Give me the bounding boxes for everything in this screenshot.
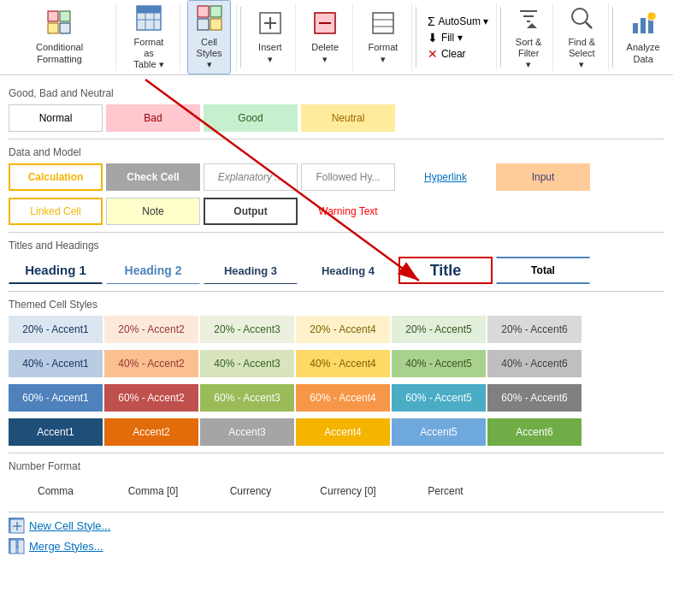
style-total[interactable]: Total <box>496 257 590 284</box>
section-good-bad-neutral: Good, Bad and Neutral Normal Bad Good Ne… <box>9 87 664 132</box>
delete-button[interactable]: Delete ▾ <box>303 6 346 68</box>
toolbar-group-delete: Delete ▾ <box>298 3 352 71</box>
divider-4 <box>9 453 664 453</box>
delete-label: Delete ▾ <box>308 42 341 64</box>
style-comma-0[interactable]: Comma [0] <box>106 477 200 505</box>
clear-button[interactable]: ✕ Clear <box>424 46 469 62</box>
autosum-label: AutoSum ▾ <box>439 15 489 27</box>
style-currency-0[interactable]: Currency [0] <box>301 477 395 505</box>
format-button[interactable]: Format ▾ <box>360 6 406 68</box>
style-heading3[interactable]: Heading 3 <box>204 257 298 284</box>
cell-styles-label: CellStyles ▾ <box>193 37 225 71</box>
style-20-accent2[interactable]: 20% - Accent2 <box>104 316 198 343</box>
fill-button[interactable]: ⬇ Fill ▾ <box>424 30 466 45</box>
style-accent4[interactable]: Accent4 <box>296 418 390 446</box>
style-check-cell[interactable]: Check Cell <box>106 163 200 191</box>
svg-line-27 <box>586 22 592 28</box>
delete-icon <box>311 9 339 40</box>
fill-label: Fill ▾ <box>441 32 463 44</box>
find-select-button[interactable]: Find &Select ▾ <box>560 1 603 74</box>
style-good[interactable]: Good <box>204 104 298 132</box>
style-60-accent5[interactable]: 60% - Accent5 <box>392 384 486 412</box>
merge-styles-link[interactable]: Merge Styles... <box>9 538 664 554</box>
style-accent3[interactable]: Accent3 <box>200 418 294 446</box>
style-60-accent1[interactable]: 60% - Accent1 <box>9 384 103 412</box>
style-60-accent4[interactable]: 60% - Accent4 <box>296 384 390 412</box>
style-accent5[interactable]: Accent5 <box>392 418 486 446</box>
style-20-accent1[interactable]: 20% - Accent1 <box>9 316 103 343</box>
style-normal[interactable]: Normal <box>9 104 103 132</box>
toolbar-group-editing: Σ AutoSum ▾ ⬇ Fill ▾ ✕ Clear <box>420 3 497 71</box>
style-bad[interactable]: Bad <box>106 104 200 132</box>
style-output[interactable]: Output <box>204 198 298 225</box>
insert-icon <box>257 9 284 40</box>
style-accent2[interactable]: Accent2 <box>104 418 198 446</box>
style-explanatory[interactable]: Explanatory ... <box>204 163 298 191</box>
style-accent1[interactable]: Accent1 <box>9 418 103 446</box>
find-select-label: Find &Select ▾ <box>565 37 598 71</box>
style-title[interactable]: Title <box>398 257 493 284</box>
style-60-accent3[interactable]: 60% - Accent3 <box>200 384 294 412</box>
sort-filter-button[interactable]: Sort &Filter ▾ <box>510 1 547 74</box>
svg-text:⚡: ⚡ <box>650 13 657 21</box>
style-currency[interactable]: Currency <box>204 477 298 505</box>
style-calculation[interactable]: Calculation <box>9 163 103 191</box>
conditional-formatting-button[interactable]: Conditional Formatting <box>9 6 110 68</box>
svg-rect-19 <box>373 13 393 33</box>
cell-styles-button[interactable]: CellStyles ▾ <box>187 0 231 74</box>
number-format-row: Comma Comma [0] Currency Currency [0] Pe… <box>9 477 664 505</box>
new-cell-style-label: New Cell Style... <box>29 519 110 532</box>
style-percent[interactable]: Percent <box>398 477 493 505</box>
themed-row-60: 60% - Accent1 60% - Accent2 60% - Accent… <box>9 384 664 412</box>
analyze-data-button[interactable]: ⚡ AnalyzeData <box>622 6 664 68</box>
svg-rect-38 <box>10 540 16 554</box>
style-40-accent6[interactable]: 40% - Accent6 <box>487 350 581 377</box>
conditional-formatting-label: Conditional Formatting <box>14 42 105 64</box>
insert-button[interactable]: Insert ▾ <box>250 6 290 68</box>
themed-row-40: 40% - Accent1 40% - Accent2 40% - Accent… <box>9 350 664 377</box>
style-40-accent1[interactable]: 40% - Accent1 <box>9 350 103 377</box>
divider-3 <box>9 291 664 292</box>
fill-icon: ⬇ <box>428 31 438 44</box>
style-warning-text[interactable]: Warning Text <box>301 198 395 225</box>
style-input[interactable]: Input <box>496 163 590 191</box>
style-accent6[interactable]: Accent6 <box>487 418 581 446</box>
style-60-accent6[interactable]: 60% - Accent6 <box>487 384 581 412</box>
style-40-accent4[interactable]: 40% - Accent4 <box>296 350 390 377</box>
autosum-icon: Σ <box>428 15 435 28</box>
find-select-icon <box>568 4 595 35</box>
autosum-button[interactable]: Σ AutoSum ▾ <box>424 14 492 29</box>
style-20-accent6[interactable]: 20% - Accent6 <box>487 316 581 343</box>
themed-row-accent: Accent1 Accent2 Accent3 Accent4 Accent5 … <box>9 418 664 446</box>
format-as-table-button[interactable]: Format asTable ▾ <box>123 1 174 74</box>
style-20-accent3[interactable]: 20% - Accent3 <box>200 316 294 343</box>
style-heading1[interactable]: Heading 1 <box>9 257 103 284</box>
style-hyperlink[interactable]: Hyperlink <box>398 163 493 191</box>
style-note[interactable]: Note <box>106 198 200 225</box>
svg-rect-12 <box>198 19 209 30</box>
svg-point-26 <box>572 9 587 24</box>
style-neutral[interactable]: Neutral <box>301 104 395 132</box>
style-heading2[interactable]: Heading 2 <box>106 257 200 284</box>
clear-icon: ✕ <box>428 47 438 61</box>
analyze-data-icon: ⚡ <box>629 9 657 40</box>
clear-label: Clear <box>441 48 466 60</box>
svg-rect-11 <box>210 6 221 17</box>
style-20-accent4[interactable]: 20% - Accent4 <box>296 316 390 343</box>
style-60-accent2[interactable]: 60% - Accent2 <box>104 384 198 412</box>
style-linked-cell[interactable]: Linked Cell <box>9 198 103 225</box>
svg-rect-13 <box>210 19 221 30</box>
style-heading4[interactable]: Heading 4 <box>301 257 395 284</box>
section-title-good-bad-neutral: Good, Bad and Neutral <box>9 87 664 99</box>
style-comma[interactable]: Comma <box>9 477 103 505</box>
style-followed-hyperlink[interactable]: Followed Hy... <box>301 163 395 191</box>
style-40-accent5[interactable]: 40% - Accent5 <box>392 350 486 377</box>
style-40-accent2[interactable]: 40% - Accent2 <box>104 350 198 377</box>
svg-rect-3 <box>60 23 70 33</box>
toolbar: Conditional Formatting Format asTable ▾ … <box>0 0 673 75</box>
style-40-accent3[interactable]: 40% - Accent3 <box>200 350 294 377</box>
good-bad-neutral-row: Normal Bad Good Neutral <box>9 104 664 132</box>
new-cell-style-link[interactable]: New Cell Style... <box>9 518 664 533</box>
style-20-accent5[interactable]: 20% - Accent5 <box>392 316 486 343</box>
themed-row-20: 20% - Accent1 20% - Accent2 20% - Accent… <box>9 316 664 343</box>
